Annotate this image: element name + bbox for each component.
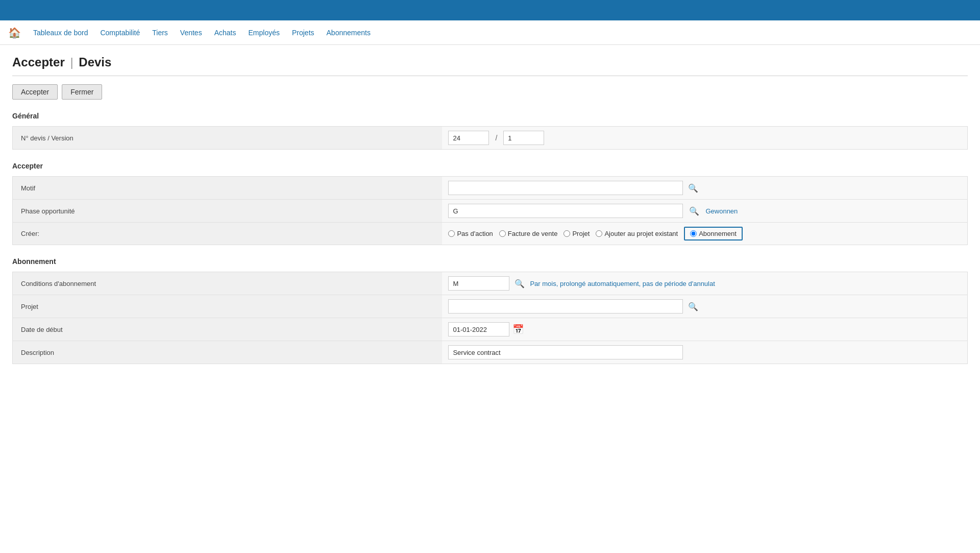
section-accepter: Accepter Motif 🔍 Phase opportunité [12,162,968,245]
projet-input[interactable] [448,299,683,314]
radio-facture[interactable] [499,230,506,237]
nav-item-tableaux[interactable]: Tableaux de bord [33,27,88,39]
home-icon[interactable]: 🏠 [8,27,21,39]
page-title-separator: | [70,55,73,69]
radio-ajouter-projet[interactable] [596,230,602,237]
conditions-search-button[interactable]: 🔍 [512,279,527,288]
conditions-link[interactable]: Par mois, prolongé automatiquement, pas … [530,280,715,287]
motif-value-cell: 🔍 [442,177,967,200]
phase-link[interactable]: Gewonnen [705,207,738,215]
radio-projet[interactable] [564,230,570,237]
version-input[interactable] [503,131,544,145]
radio-abonnement-label: Abonnement [699,230,737,237]
devis-number-input[interactable] [448,131,489,145]
projet-input-wrapper: 🔍 [448,299,961,314]
page-title-sub: Devis [79,55,111,69]
page-title: Accepter | Devis [12,55,968,76]
accept-button[interactable]: Accepter [12,84,58,100]
radio-abonnement[interactable] [690,230,697,237]
devis-label: N° devis / Version [13,127,443,150]
row-description: Description [13,341,968,364]
creer-radio-group: Pas d'action Facture de vente Projet [448,227,961,241]
row-motif: Motif 🔍 [13,177,968,200]
devis-version-wrapper: / [448,131,961,145]
devis-value-cell: / [442,127,967,150]
row-conditions: Conditions d'abonnement 🔍 Par mois, prol… [13,272,968,295]
section-abonnement: Abonnement Conditions d'abonnement 🔍 Par… [12,257,968,364]
top-banner [0,0,980,20]
description-input[interactable] [448,345,683,359]
nav-item-employes[interactable]: Employés [248,27,279,39]
section-general-title: Général [12,112,968,122]
description-label: Description [13,341,443,364]
section-accepter-title: Accepter [12,162,968,172]
nav-item-abonnements[interactable]: Abonnements [327,27,371,39]
radio-label-facture[interactable]: Facture de vente [499,230,558,237]
phase-input-wrapper: 🔍 Gewonnen [448,204,961,218]
radio-ajouter-projet-label: Ajouter au projet existant [604,230,678,237]
nav-item-tiers[interactable]: Tiers [152,27,168,39]
row-projet: Projet 🔍 [13,295,968,318]
nav-item-comptabilite[interactable]: Comptabilité [100,27,140,39]
nav-item-ventes[interactable]: Ventes [180,27,202,39]
radio-pas-action-label: Pas d'action [457,230,493,237]
radio-facture-label: Facture de vente [508,230,558,237]
motif-input[interactable] [448,181,683,195]
radio-label-abonnement[interactable]: Abonnement [684,227,743,241]
phase-value-cell: 🔍 Gewonnen [442,200,967,223]
radio-label-pas-action[interactable]: Pas d'action [448,230,493,237]
conditions-input-wrapper: 🔍 Par mois, prolongé automatiquement, pa… [448,276,961,291]
page-content: Accepter | Devis Accepter Fermer Général… [0,45,980,387]
row-creer: Créer: Pas d'action Facture de vente [13,223,968,245]
page-title-main: Accepter [12,55,65,69]
radio-label-ajouter-projet[interactable]: Ajouter au projet existant [596,230,678,237]
motif-search-button[interactable]: 🔍 [686,183,700,193]
action-buttons: Accepter Fermer [12,84,968,100]
calendar-icon[interactable]: 📅 [512,324,524,335]
nav-item-achats[interactable]: Achats [214,27,236,39]
abonnement-form-table: Conditions d'abonnement 🔍 Par mois, prol… [12,272,968,364]
accepter-form-table: Motif 🔍 Phase opportunité 🔍 Gewonnen [12,176,968,245]
row-devis: N° devis / Version / [13,127,968,150]
description-value-cell [442,341,967,364]
phase-label: Phase opportunité [13,200,443,223]
version-separator: / [495,134,497,142]
conditions-label: Conditions d'abonnement [13,272,443,295]
projet-label: Projet [13,295,443,318]
creer-value-cell: Pas d'action Facture de vente Projet [442,223,967,245]
phase-input[interactable] [448,204,683,218]
date-debut-input[interactable] [448,322,509,336]
motif-label: Motif [13,177,443,200]
conditions-value-cell: 🔍 Par mois, prolongé automatiquement, pa… [442,272,967,295]
nav-item-projets[interactable]: Projets [292,27,314,39]
radio-pas-action[interactable] [448,230,455,237]
radio-label-projet[interactable]: Projet [564,230,590,237]
section-general: Général N° devis / Version / [12,112,968,150]
conditions-input[interactable] [448,276,509,291]
projet-search-button[interactable]: 🔍 [686,302,700,311]
section-abonnement-title: Abonnement [12,257,968,268]
date-debut-value-cell: 📅 [442,318,967,341]
projet-value-cell: 🔍 [442,295,967,318]
phase-search-button[interactable]: 🔍 [687,206,701,216]
row-date-debut: Date de début 📅 [13,318,968,341]
creer-label: Créer: [13,223,443,245]
general-form-table: N° devis / Version / [12,126,968,150]
motif-input-wrapper: 🔍 [448,181,961,195]
date-debut-label: Date de début [13,318,443,341]
date-input-wrapper: 📅 [448,322,961,336]
row-phase: Phase opportunité 🔍 Gewonnen [13,200,968,223]
nav-bar: 🏠 Tableaux de bord Comptabilité Tiers Ve… [0,20,980,45]
close-button[interactable]: Fermer [62,84,102,100]
radio-projet-label: Projet [572,230,590,237]
